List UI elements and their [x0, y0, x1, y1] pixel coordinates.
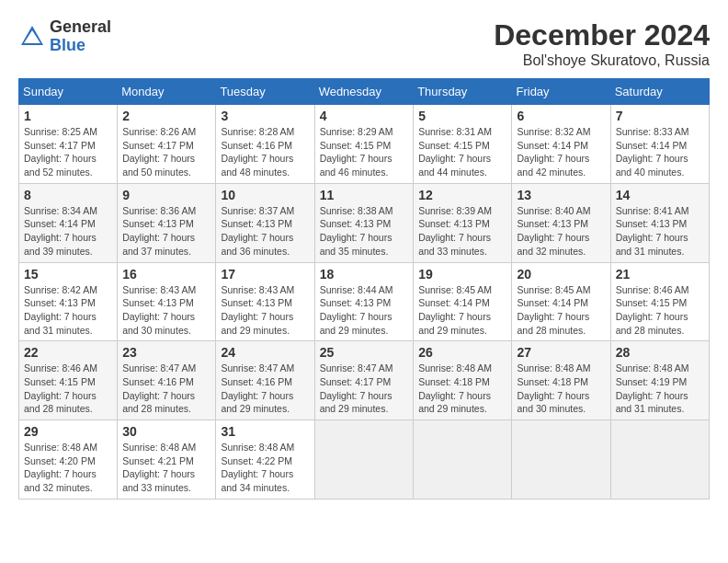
day-info: Sunrise: 8:47 AM Sunset: 4:17 PM Dayligh… — [320, 362, 409, 416]
calendar-cell: 16Sunrise: 8:43 AM Sunset: 4:13 PM Dayli… — [118, 262, 216, 341]
day-number: 3 — [221, 109, 309, 123]
day-number: 8 — [24, 188, 112, 202]
day-number: 14 — [616, 188, 704, 202]
day-info: Sunrise: 8:32 AM Sunset: 4:14 PM Dayligh… — [517, 125, 605, 179]
calendar-table: SundayMondayTuesdayWednesdayThursdayFrid… — [18, 78, 710, 500]
day-number: 22 — [24, 345, 112, 360]
day-number: 6 — [517, 109, 605, 123]
day-number: 19 — [418, 267, 506, 282]
calendar-cell: 8Sunrise: 8:34 AM Sunset: 4:14 PM Daylig… — [19, 183, 118, 262]
calendar-cell: 5Sunrise: 8:31 AM Sunset: 4:15 PM Daylig… — [414, 105, 512, 184]
calendar-cell: 29Sunrise: 8:48 AM Sunset: 4:20 PM Dayli… — [19, 420, 118, 500]
day-info: Sunrise: 8:48 AM Sunset: 4:22 PM Dayligh… — [221, 441, 309, 495]
calendar-cell: 2Sunrise: 8:26 AM Sunset: 4:17 PM Daylig… — [118, 105, 216, 184]
day-number: 25 — [320, 345, 409, 360]
day-info: Sunrise: 8:46 AM Sunset: 4:15 PM Dayligh… — [24, 362, 112, 416]
day-number: 2 — [122, 109, 210, 123]
day-info: Sunrise: 8:43 AM Sunset: 4:13 PM Dayligh… — [122, 283, 210, 338]
day-number: 28 — [616, 345, 704, 360]
calendar-cell: 7Sunrise: 8:33 AM Sunset: 4:14 PM Daylig… — [610, 105, 709, 184]
calendar-cell: 3Sunrise: 8:28 AM Sunset: 4:16 PM Daylig… — [216, 105, 314, 184]
day-number: 13 — [517, 188, 605, 202]
calendar-cell: 15Sunrise: 8:42 AM Sunset: 4:13 PM Dayli… — [19, 262, 118, 341]
title-area: December 2024 Bol'shoye Skuratovo, Russi… — [494, 18, 710, 69]
day-number: 30 — [122, 424, 210, 439]
calendar-cell: 12Sunrise: 8:39 AM Sunset: 4:13 PM Dayli… — [414, 183, 512, 262]
day-number: 26 — [418, 345, 506, 360]
calendar-cell: 14Sunrise: 8:41 AM Sunset: 4:13 PM Dayli… — [610, 183, 709, 262]
day-info: Sunrise: 8:47 AM Sunset: 4:16 PM Dayligh… — [122, 362, 210, 416]
calendar-cell: 4Sunrise: 8:29 AM Sunset: 4:15 PM Daylig… — [314, 105, 414, 184]
day-info: Sunrise: 8:44 AM Sunset: 4:13 PM Dayligh… — [320, 283, 409, 338]
calendar-cell: 20Sunrise: 8:45 AM Sunset: 4:14 PM Dayli… — [512, 262, 610, 341]
day-number: 10 — [221, 188, 309, 202]
day-info: Sunrise: 8:47 AM Sunset: 4:16 PM Dayligh… — [221, 362, 309, 416]
day-number: 12 — [418, 188, 506, 202]
location-title: Bol'shoye Skuratovo, Russia — [494, 52, 710, 69]
day-info: Sunrise: 8:45 AM Sunset: 4:14 PM Dayligh… — [418, 283, 506, 338]
weekday-header-saturday: Saturday — [610, 79, 709, 105]
day-number: 9 — [122, 188, 210, 202]
weekday-header-thursday: Thursday — [414, 79, 512, 105]
calendar-cell: 11Sunrise: 8:38 AM Sunset: 4:13 PM Dayli… — [314, 183, 414, 262]
calendar-cell: 18Sunrise: 8:44 AM Sunset: 4:13 PM Dayli… — [314, 262, 414, 341]
day-number: 4 — [320, 109, 409, 123]
calendar-cell: 13Sunrise: 8:40 AM Sunset: 4:13 PM Dayli… — [512, 183, 610, 262]
logo: General Blue — [18, 18, 111, 55]
day-number: 15 — [24, 267, 112, 282]
calendar-cell: 30Sunrise: 8:48 AM Sunset: 4:21 PM Dayli… — [118, 420, 216, 500]
logo-icon — [18, 23, 46, 51]
day-info: Sunrise: 8:29 AM Sunset: 4:15 PM Dayligh… — [320, 125, 409, 179]
day-number: 16 — [122, 267, 210, 282]
day-info: Sunrise: 8:42 AM Sunset: 4:13 PM Dayligh… — [24, 283, 112, 338]
calendar-cell — [314, 420, 414, 500]
calendar-cell: 19Sunrise: 8:45 AM Sunset: 4:14 PM Dayli… — [414, 262, 512, 341]
month-title: December 2024 — [494, 18, 710, 52]
calendar-cell: 26Sunrise: 8:48 AM Sunset: 4:18 PM Dayli… — [414, 341, 512, 420]
day-info: Sunrise: 8:48 AM Sunset: 4:18 PM Dayligh… — [418, 362, 506, 416]
calendar-cell — [610, 420, 709, 500]
day-number: 24 — [221, 345, 309, 360]
week-row-5: 29Sunrise: 8:48 AM Sunset: 4:20 PM Dayli… — [19, 420, 710, 500]
weekday-header-friday: Friday — [512, 79, 610, 105]
calendar-cell: 17Sunrise: 8:43 AM Sunset: 4:13 PM Dayli… — [216, 262, 314, 341]
day-info: Sunrise: 8:25 AM Sunset: 4:17 PM Dayligh… — [24, 125, 112, 179]
header: General Blue December 2024 Bol'shoye Sku… — [18, 18, 710, 69]
day-number: 31 — [221, 424, 309, 439]
day-number: 1 — [24, 109, 112, 123]
weekday-header-monday: Monday — [118, 79, 216, 105]
day-info: Sunrise: 8:37 AM Sunset: 4:13 PM Dayligh… — [221, 204, 309, 259]
week-row-3: 15Sunrise: 8:42 AM Sunset: 4:13 PM Dayli… — [19, 262, 710, 341]
day-info: Sunrise: 8:48 AM Sunset: 4:21 PM Dayligh… — [122, 441, 210, 495]
day-info: Sunrise: 8:39 AM Sunset: 4:13 PM Dayligh… — [418, 204, 506, 259]
logo-text: General Blue — [50, 18, 111, 55]
calendar-cell: 28Sunrise: 8:48 AM Sunset: 4:19 PM Dayli… — [610, 341, 709, 420]
weekday-header-wednesday: Wednesday — [314, 79, 414, 105]
day-info: Sunrise: 8:36 AM Sunset: 4:13 PM Dayligh… — [122, 204, 210, 259]
day-number: 7 — [616, 109, 704, 123]
calendar-cell — [512, 420, 610, 500]
day-number: 18 — [320, 267, 409, 282]
day-number: 17 — [221, 267, 309, 282]
calendar-cell: 6Sunrise: 8:32 AM Sunset: 4:14 PM Daylig… — [512, 105, 610, 184]
day-info: Sunrise: 8:33 AM Sunset: 4:14 PM Dayligh… — [616, 125, 704, 179]
calendar-cell: 23Sunrise: 8:47 AM Sunset: 4:16 PM Dayli… — [118, 341, 216, 420]
week-row-2: 8Sunrise: 8:34 AM Sunset: 4:14 PM Daylig… — [19, 183, 710, 262]
day-info: Sunrise: 8:31 AM Sunset: 4:15 PM Dayligh… — [418, 125, 506, 179]
day-info: Sunrise: 8:41 AM Sunset: 4:13 PM Dayligh… — [616, 204, 704, 259]
week-row-4: 22Sunrise: 8:46 AM Sunset: 4:15 PM Dayli… — [19, 341, 710, 420]
calendar-cell: 22Sunrise: 8:46 AM Sunset: 4:15 PM Dayli… — [19, 341, 118, 420]
calendar-cell: 31Sunrise: 8:48 AM Sunset: 4:22 PM Dayli… — [216, 420, 314, 500]
day-info: Sunrise: 8:48 AM Sunset: 4:20 PM Dayligh… — [24, 441, 112, 495]
day-info: Sunrise: 8:48 AM Sunset: 4:19 PM Dayligh… — [616, 362, 704, 416]
weekday-header-row: SundayMondayTuesdayWednesdayThursdayFrid… — [19, 79, 710, 105]
day-info: Sunrise: 8:28 AM Sunset: 4:16 PM Dayligh… — [221, 125, 309, 179]
weekday-header-tuesday: Tuesday — [216, 79, 314, 105]
day-info: Sunrise: 8:45 AM Sunset: 4:14 PM Dayligh… — [517, 283, 605, 338]
calendar-cell: 21Sunrise: 8:46 AM Sunset: 4:15 PM Dayli… — [610, 262, 709, 341]
day-info: Sunrise: 8:43 AM Sunset: 4:13 PM Dayligh… — [221, 283, 309, 338]
day-number: 11 — [320, 188, 409, 202]
day-info: Sunrise: 8:48 AM Sunset: 4:18 PM Dayligh… — [517, 362, 605, 416]
day-number: 27 — [517, 345, 605, 360]
weekday-header-sunday: Sunday — [19, 79, 118, 105]
